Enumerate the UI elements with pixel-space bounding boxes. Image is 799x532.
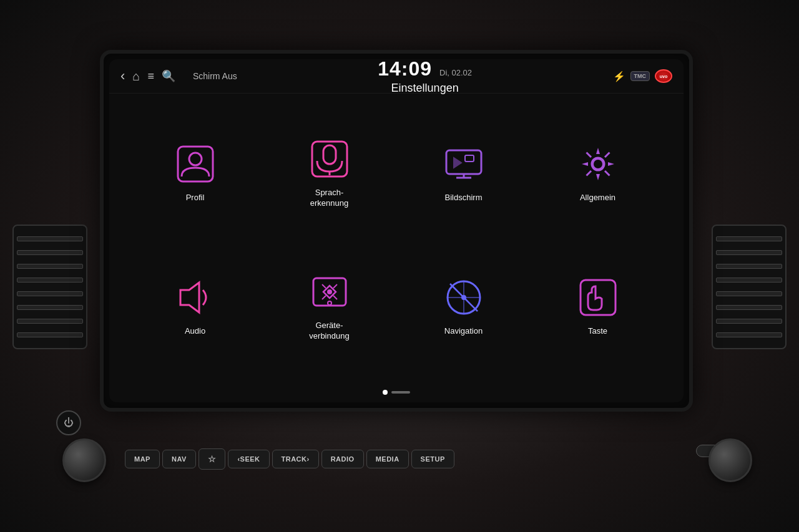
dot-line xyxy=(391,391,410,394)
bluetooth-icon: ⚡ xyxy=(613,70,625,82)
navigation-icon xyxy=(441,275,486,320)
bildschirm-icon xyxy=(441,142,486,186)
svg-point-14 xyxy=(328,301,331,305)
svg-marker-11 xyxy=(180,283,199,312)
favorite-button[interactable]: ☆ xyxy=(199,448,226,470)
map-button[interactable]: MAP xyxy=(125,450,160,468)
svg-point-10 xyxy=(593,159,603,169)
menu-item-geraeteverbindung[interactable]: Geräte- verbindung xyxy=(262,239,396,373)
screen-bezel: ‹ ⌂ ≡ 🔍 Schirm Aus 14:09 Di, 02.02 Einst… xyxy=(100,50,693,412)
infotainment-screen: ‹ ⌂ ≡ 🔍 Schirm Aus 14:09 Di, 02.02 Einst… xyxy=(109,59,684,402)
menu-item-bildschirm[interactable]: Bildschirm xyxy=(396,106,531,239)
track-button[interactable]: TRACK› xyxy=(272,450,319,468)
svg-point-13 xyxy=(327,289,332,294)
menu-item-audio[interactable]: Audio xyxy=(128,239,262,373)
svg-rect-3 xyxy=(323,145,336,164)
menu-item-navigation[interactable]: Navigation xyxy=(396,239,531,373)
dot-1[interactable] xyxy=(383,390,388,395)
top-right-icons: ⚡ TMC uvo xyxy=(613,69,673,83)
right-vent xyxy=(712,225,787,349)
audio-label: Audio xyxy=(185,326,205,337)
taste-label: Taste xyxy=(588,326,607,337)
profil-label: Profil xyxy=(186,193,205,203)
screen-title: Einstellungen xyxy=(391,82,459,95)
date-display: Di, 02.02 xyxy=(439,68,472,77)
svg-rect-0 xyxy=(178,147,213,181)
hardware-buttons-row: MAP NAV ☆ ‹SEEK TRACK› RADIO MEDIA SETUP xyxy=(125,448,637,470)
search-icon: 🔍 xyxy=(162,69,175,83)
taste-icon xyxy=(576,275,620,320)
time-display: 14:09 xyxy=(378,59,432,80)
bildschirm-label: Bildschirm xyxy=(445,193,483,203)
menu-item-profil[interactable]: Profil xyxy=(128,106,262,239)
uvo-badge: uvo xyxy=(655,69,672,83)
tmc-badge: TMC xyxy=(630,71,650,81)
audio-icon xyxy=(173,275,218,320)
menu-item-spracherkennung[interactable]: Sprach- erkennung xyxy=(262,106,396,239)
media-button[interactable]: MEDIA xyxy=(366,450,409,468)
left-vent xyxy=(12,225,87,349)
geraeteverbindung-icon xyxy=(307,269,352,314)
seek-button[interactable]: ‹SEEK xyxy=(228,450,269,468)
top-bar: ‹ ⌂ ≡ 🔍 Schirm Aus 14:09 Di, 02.02 Einst… xyxy=(109,59,684,94)
svg-point-1 xyxy=(189,153,202,165)
svg-rect-8 xyxy=(465,155,474,162)
navigation-label: Navigation xyxy=(444,326,483,337)
menu-button[interactable]: ≡ xyxy=(147,70,154,83)
menu-item-allgemein[interactable]: Allgemein xyxy=(531,106,665,239)
allgemein-icon xyxy=(576,142,620,186)
svg-point-19 xyxy=(461,295,466,300)
home-button[interactable]: ⌂ xyxy=(132,69,140,84)
radio-button[interactable]: RADIO xyxy=(321,450,364,468)
power-button[interactable]: ⏻ xyxy=(56,410,81,435)
menu-grid: Profil Sprach- erkennung xyxy=(109,94,684,385)
right-knob[interactable] xyxy=(708,438,752,482)
title-center: 14:09 Di, 02.02 Einstellungen xyxy=(237,59,613,95)
menu-item-taste[interactable]: Taste xyxy=(531,239,665,373)
back-button[interactable]: ‹ xyxy=(120,68,125,84)
setup-button[interactable]: SETUP xyxy=(411,450,454,468)
allgemein-label: Allgemein xyxy=(580,193,615,203)
left-knob[interactable] xyxy=(62,438,106,482)
profil-icon xyxy=(173,142,218,186)
spracherkennung-label: Sprach- erkennung xyxy=(310,188,348,209)
page-dots xyxy=(109,385,684,402)
nav-icons: ‹ ⌂ ≡ 🔍 Schirm Aus xyxy=(120,68,237,84)
geraeteverbindung-label: Geräte- verbindung xyxy=(309,321,349,342)
nav-button[interactable]: NAV xyxy=(162,450,196,468)
svg-rect-5 xyxy=(446,150,481,174)
spracherkennung-icon xyxy=(307,137,352,181)
car-dashboard: ‹ ⌂ ≡ 🔍 Schirm Aus 14:09 Di, 02.02 Einst… xyxy=(0,0,799,532)
screen-off-button[interactable]: Schirm Aus xyxy=(193,71,237,81)
